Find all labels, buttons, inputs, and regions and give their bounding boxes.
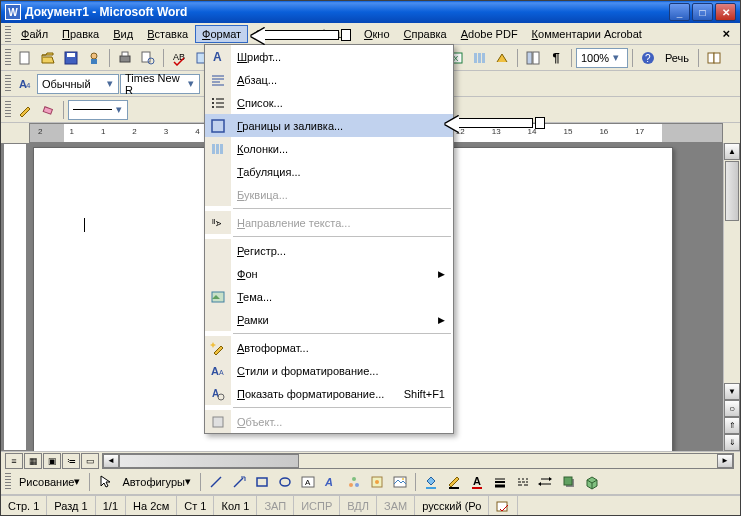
print-button[interactable]	[114, 47, 136, 69]
menu-adobe pdf[interactable]: Adobe PDF	[454, 25, 525, 43]
line-style-combo[interactable]: ▾	[68, 100, 128, 120]
grip[interactable]	[5, 49, 11, 67]
scroll-up-button[interactable]: ▲	[724, 143, 740, 160]
menu-правка[interactable]: Правка	[55, 25, 106, 43]
svg-rect-44	[257, 478, 267, 486]
menu-окно[interactable]: Окно	[357, 25, 397, 43]
reading-view-button[interactable]: ▭	[81, 453, 99, 469]
outline-view-button[interactable]: ≔	[62, 453, 80, 469]
help-button[interactable]: ?	[637, 47, 659, 69]
new-button[interactable]	[14, 47, 36, 69]
menu-item-label: Буквица...	[237, 189, 288, 201]
insert-picture-button[interactable]	[389, 471, 411, 493]
menu-item-12[interactable]: Автоформат...	[205, 336, 453, 359]
menu-комментарии acrobat[interactable]: Комментарии Acrobat	[525, 25, 649, 43]
menu-сервис[interactable]: Сервис	[248, 25, 300, 43]
print-view-button[interactable]: ▣	[43, 453, 61, 469]
columns-button[interactable]	[468, 47, 490, 69]
svg-text:A: A	[324, 476, 333, 488]
status-ext[interactable]: ВДЛ	[340, 496, 377, 515]
print-preview-button[interactable]	[137, 47, 159, 69]
wordart-button[interactable]: A	[320, 471, 342, 493]
close-button[interactable]: ✕	[715, 3, 736, 21]
menu-item-8[interactable]: Регистр...	[205, 239, 453, 262]
drawing-menu[interactable]: Рисование ▾	[14, 471, 85, 493]
zoom-combo[interactable]: 100%▾	[576, 48, 628, 68]
menu-item-3[interactable]: Границы и заливка...	[205, 114, 453, 137]
clipart-button[interactable]	[366, 471, 388, 493]
menu-item-5[interactable]: Табуляция...	[205, 160, 453, 183]
grip[interactable]	[5, 26, 11, 42]
arrow-style-button[interactable]	[535, 471, 557, 493]
grip[interactable]	[5, 75, 11, 93]
menu-вид[interactable]: Вид	[106, 25, 140, 43]
select-objects-button[interactable]	[94, 471, 116, 493]
grip[interactable]	[5, 101, 11, 119]
menu-item-13[interactable]: AAСтили и форматирование...	[205, 359, 453, 382]
oval-button[interactable]	[274, 471, 296, 493]
drawing-toggle-button[interactable]	[491, 47, 513, 69]
minimize-button[interactable]: _	[669, 3, 690, 21]
3d-button[interactable]	[581, 471, 603, 493]
document-close-button[interactable]: ×	[716, 24, 736, 43]
autoshapes-menu[interactable]: Автофигуры ▾	[117, 471, 196, 493]
grip[interactable]	[5, 473, 11, 491]
line-color-button[interactable]	[443, 471, 465, 493]
show-marks-button[interactable]: ¶	[545, 47, 567, 69]
status-lang[interactable]: русский (Ро	[415, 496, 489, 515]
menu-bar: ФайлПравкаВидВставкаФорматСервисТаблицаО…	[1, 23, 740, 45]
draw-table-button[interactable]	[14, 99, 36, 121]
doc-map-button[interactable]	[522, 47, 544, 69]
prev-page-button[interactable]: ⇑	[724, 417, 740, 434]
save-button[interactable]	[60, 47, 82, 69]
spelling-button[interactable]: AB	[168, 47, 190, 69]
diagram-button[interactable]	[343, 471, 365, 493]
styles-pane-button[interactable]: A4	[14, 73, 36, 95]
vertical-ruler[interactable]	[3, 143, 27, 451]
menu-вставка[interactable]: Вставка	[140, 25, 195, 43]
arrow-button[interactable]	[228, 471, 250, 493]
paragraph-icon	[205, 68, 231, 91]
status-ovr[interactable]: ЗАМ	[377, 496, 415, 515]
open-button[interactable]	[37, 47, 59, 69]
select-browse-object-button[interactable]: ○	[724, 400, 740, 417]
menu-item-14[interactable]: AПоказать форматирование...Shift+F1	[205, 382, 453, 405]
menu-item-10[interactable]: Тема...	[205, 285, 453, 308]
menu-item-4[interactable]: Колонки...	[205, 137, 453, 160]
normal-view-button[interactable]: ≡	[5, 453, 23, 469]
scroll-thumb[interactable]	[725, 161, 739, 221]
menu-item-1[interactable]: Абзац...	[205, 68, 453, 91]
eraser-button[interactable]	[37, 99, 59, 121]
menu-файл[interactable]: Файл	[14, 25, 55, 43]
menu-item-0[interactable]: AШрифт...	[205, 45, 453, 68]
horizontal-scrollbar[interactable]: ◄ ►	[102, 453, 734, 469]
status-trk[interactable]: ИСПР	[294, 496, 340, 515]
textbox-button[interactable]: A	[297, 471, 319, 493]
shadow-button[interactable]	[558, 471, 580, 493]
fill-color-button[interactable]	[420, 471, 442, 493]
speech-button[interactable]: Речь	[660, 47, 694, 69]
menu-item-label: Границы и заливка...	[237, 120, 343, 132]
scroll-down-button[interactable]: ▼	[724, 383, 740, 400]
permission-button[interactable]	[83, 47, 105, 69]
vertical-scrollbar[interactable]: ▲ ▼ ○ ⇑ ⇓	[723, 143, 740, 451]
menu-item-11[interactable]: Рамки▶	[205, 308, 453, 331]
menu-item-2[interactable]: Список...	[205, 91, 453, 114]
style-combo[interactable]: Обычный▾	[37, 74, 119, 94]
font-combo[interactable]: Times New R▾	[120, 74, 200, 94]
menu-справка[interactable]: Справка	[397, 25, 454, 43]
menu-таблица[interactable]: Таблица	[300, 25, 357, 43]
next-page-button[interactable]: ⇓	[724, 434, 740, 451]
read-button[interactable]	[703, 47, 725, 69]
rectangle-button[interactable]	[251, 471, 273, 493]
maximize-button[interactable]: □	[692, 3, 713, 21]
web-view-button[interactable]: ▦	[24, 453, 42, 469]
menu-формат[interactable]: Формат	[195, 25, 248, 43]
status-spell-icon[interactable]	[489, 496, 518, 515]
menu-item-9[interactable]: Фон▶	[205, 262, 453, 285]
font-color-button[interactable]: A	[466, 471, 488, 493]
dash-style-button[interactable]	[512, 471, 534, 493]
line-button[interactable]	[205, 471, 227, 493]
line-weight-button[interactable]	[489, 471, 511, 493]
status-rec[interactable]: ЗАП	[257, 496, 294, 515]
